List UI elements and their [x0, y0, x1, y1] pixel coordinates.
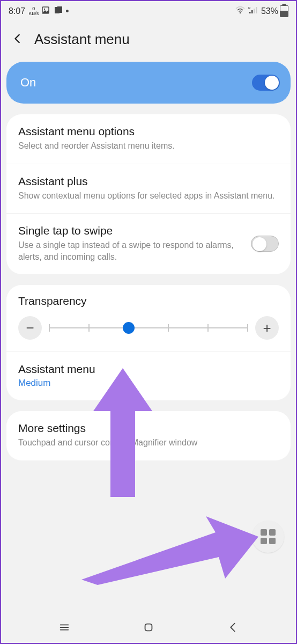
row-more-settings[interactable]: More settings Touchpad and cursor contro… [6, 411, 291, 460]
assistant-floating-button[interactable] [252, 521, 284, 553]
row-subtitle: Show contextual menu options for selecte… [18, 190, 279, 202]
battery-percent: 53% [261, 6, 278, 16]
page-header: Assistant menu [1, 21, 296, 62]
plus-icon: + [263, 320, 271, 336]
row-title: Assistant menu options [18, 125, 279, 138]
sim-icon [54, 6, 62, 17]
battery-icon [280, 5, 288, 17]
options-card: Assistant menu options Select and reorde… [6, 114, 291, 274]
transparency-slider[interactable] [49, 319, 248, 336]
svg-text:R: R [248, 6, 251, 10]
row-subtitle: Touchpad and cursor control, Magnifier w… [18, 437, 279, 449]
master-toggle-switch[interactable] [252, 75, 280, 91]
status-left: 8:07 0 KB/s • [9, 6, 69, 17]
status-bar: 8:07 0 KB/s • R 53% [1, 1, 296, 21]
nav-back-icon[interactable] [227, 621, 239, 635]
nav-home-icon[interactable] [143, 621, 154, 635]
svg-point-5 [240, 12, 241, 13]
back-icon[interactable] [12, 33, 24, 47]
row-title: More settings [18, 422, 279, 435]
decrease-button[interactable]: − [18, 316, 42, 340]
navigation-bar [1, 614, 296, 643]
svg-rect-9 [256, 7, 257, 13]
row-menu-options[interactable]: Assistant menu options Select and reorde… [6, 114, 291, 164]
row-assistant-plus[interactable]: Assistant plus Show contextual menu opti… [6, 164, 291, 214]
svg-rect-6 [249, 12, 251, 13]
slider-thumb[interactable] [123, 322, 135, 334]
svg-rect-7 [251, 10, 253, 13]
row-subtitle: Select and reorder Assistant menu items. [18, 140, 279, 152]
row-single-tap-swipe[interactable]: Single tap to swipe Use a single tap ins… [6, 214, 291, 274]
row-subtitle: Use a single tap instead of a swipe to r… [18, 239, 240, 262]
row-assistant-menu-size[interactable]: Assistant menu Medium [6, 352, 291, 400]
row-title: Assistant plus [18, 175, 279, 188]
svg-rect-14 [145, 624, 152, 631]
wifi-icon [235, 6, 245, 16]
row-title: Assistant menu [18, 363, 279, 376]
network-speed-icon: 0 KB/s [28, 6, 39, 16]
page-title: Assistant menu [34, 31, 130, 48]
annotation-arrow-right [81, 515, 258, 585]
row-title: Single tap to swipe [18, 224, 240, 237]
transparency-card: Transparency − + Assistant menu Medium [6, 285, 291, 400]
row-transparency: Transparency − + [6, 285, 291, 352]
image-icon [42, 6, 50, 17]
master-toggle-label: On [20, 76, 36, 90]
signal-icon: R [248, 6, 258, 16]
more-settings-card: More settings Touchpad and cursor contro… [6, 411, 291, 460]
minus-icon: − [26, 320, 34, 336]
nav-recents-icon[interactable] [58, 621, 70, 635]
grid-icon [261, 529, 276, 544]
row-value: Medium [18, 378, 279, 389]
battery-indicator: 53% [261, 5, 288, 17]
status-time: 8:07 [9, 6, 25, 16]
master-toggle-banner[interactable]: On [6, 62, 291, 104]
svg-point-1 [44, 9, 45, 10]
status-right: R 53% [235, 5, 288, 17]
increase-button[interactable]: + [255, 316, 279, 340]
svg-rect-4 [57, 6, 62, 13]
svg-rect-8 [254, 9, 255, 13]
swipe-toggle-switch[interactable] [251, 236, 279, 252]
more-dot-icon: • [65, 6, 69, 17]
row-title: Transparency [18, 295, 279, 308]
